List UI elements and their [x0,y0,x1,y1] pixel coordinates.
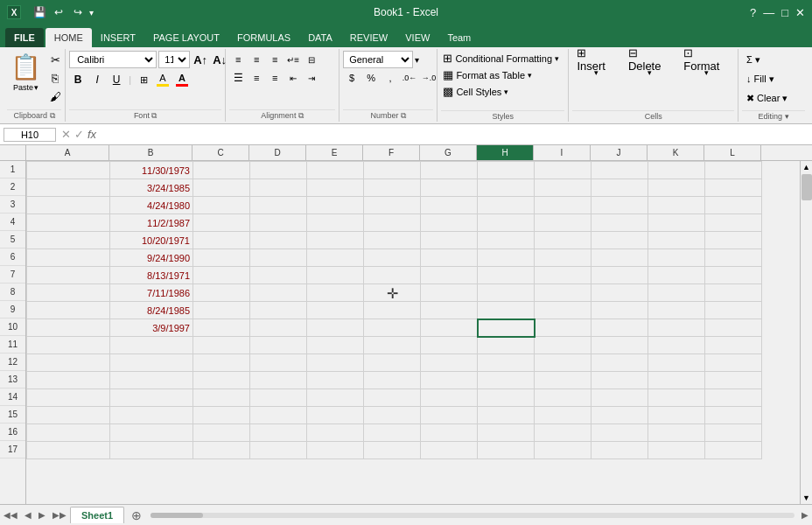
conditional-formatting-dropdown[interactable]: ▾ [555,54,559,63]
cell-I17[interactable] [535,442,592,459]
cell-C17[interactable] [193,442,250,459]
cell-B16[interactable] [110,424,193,442]
cell-K16[interactable] [648,424,705,442]
number-format-select[interactable]: General [343,51,413,68]
cell-B6[interactable]: 9/24/1990 [110,249,193,267]
cell-F5[interactable] [364,232,421,249]
increase-decimal-button[interactable]: →.0 [420,69,438,87]
cell-C8[interactable] [193,284,250,302]
sheet-nav-prev[interactable]: ◀ [21,508,35,522]
merge-center-button[interactable]: ⊟ [303,51,320,68]
cell-C15[interactable] [193,407,250,424]
cell-F7[interactable] [364,267,421,284]
delete-button[interactable]: ⊟ Delete [624,51,676,68]
bold-button[interactable]: B [69,71,87,88]
cell-L12[interactable] [705,354,762,372]
cell-I1[interactable] [535,162,592,179]
cell-A10[interactable] [27,319,110,337]
cell-L2[interactable] [705,179,762,197]
cell-E7[interactable] [307,267,364,284]
cell-C6[interactable] [193,249,250,267]
clipboard-expand-icon[interactable]: ⧉ [50,111,55,120]
cell-I6[interactable] [535,249,592,267]
cell-B14[interactable] [110,389,193,407]
cell-H16[interactable] [478,424,535,442]
cell-B7[interactable]: 8/13/1971 [110,267,193,284]
number-expand-icon[interactable]: ⧉ [401,111,406,120]
cell-G17[interactable] [421,442,478,459]
cell-A11[interactable] [27,337,110,354]
col-header-D[interactable]: D [249,145,306,160]
cell-C11[interactable] [193,337,250,354]
cell-G14[interactable] [421,389,478,407]
copy-button[interactable]: ⎘ [46,69,64,87]
cell-K14[interactable] [648,389,705,407]
col-header-J[interactable]: J [591,145,648,160]
align-center-button[interactable]: ≡ [248,69,265,87]
row-num-7[interactable]: 7 [0,266,25,284]
cell-C3[interactable] [193,197,250,214]
cell-J11[interactable] [592,337,648,354]
cell-K6[interactable] [648,249,705,267]
cell-I16[interactable] [535,424,592,442]
cell-H17[interactable] [478,442,535,459]
cell-F17[interactable] [364,442,421,459]
cell-I5[interactable] [535,232,592,249]
align-top-left-button[interactable]: ≡ [229,51,247,68]
cell-K8[interactable] [648,284,705,302]
h-scroll-thumb[interactable] [150,513,203,518]
wrap-text-button[interactable]: ↵≡ [284,51,302,68]
autosum-button[interactable]: Σ ▾ [742,51,765,68]
col-header-H[interactable]: H [477,145,534,160]
tab-data[interactable]: DATA [299,28,341,47]
cell-J15[interactable] [592,407,648,424]
cell-G8[interactable] [421,284,478,302]
cell-K2[interactable] [648,179,705,197]
cell-J6[interactable] [592,249,648,267]
cell-E4[interactable] [307,214,364,232]
cell-G15[interactable] [421,407,478,424]
cell-A3[interactable] [27,197,110,214]
cell-H12[interactable] [478,354,535,372]
cell-A16[interactable] [27,424,110,442]
cell-E12[interactable] [307,354,364,372]
align-right-button[interactable]: ≡ [266,69,284,87]
font-color-button[interactable]: A [173,72,191,88]
cell-L9[interactable] [705,302,762,319]
decrease-decimal-button[interactable]: .0← [401,69,418,87]
cell-I9[interactable] [535,302,592,319]
cell-F8[interactable]: ✛ [364,284,421,302]
add-sheet-button[interactable]: ⊕ [126,508,147,522]
font-size-select[interactable]: 11 [158,51,190,68]
cell-I4[interactable] [535,214,592,232]
cell-K7[interactable] [648,267,705,284]
cell-D11[interactable] [250,337,307,354]
h-scroll-right[interactable]: ▶ [798,508,812,522]
col-header-I[interactable]: I [534,145,591,160]
cell-A4[interactable] [27,214,110,232]
cell-C7[interactable] [193,267,250,284]
cell-K1[interactable] [648,162,705,179]
cell-L15[interactable] [705,407,762,424]
format-painter-button[interactable]: 🖌 [46,88,64,105]
paste-button[interactable]: 📋 [7,51,45,83]
col-header-E[interactable]: E [306,145,363,160]
alignment-expand-icon[interactable]: ⧉ [298,111,304,120]
cell-F6[interactable] [364,249,421,267]
cell-E10[interactable] [307,319,364,337]
tab-review[interactable]: REVIEW [341,28,396,47]
cell-K13[interactable] [648,372,705,389]
cell-E3[interactable] [307,197,364,214]
row-num-14[interactable]: 14 [0,388,25,406]
cell-I7[interactable] [535,267,592,284]
tab-team[interactable]: Team [438,28,480,47]
cell-B8[interactable]: 7/11/1986 [110,284,193,302]
cell-A2[interactable] [27,179,110,197]
row-num-9[interactable]: 9 [0,301,25,318]
scroll-track[interactable] [801,173,813,492]
cell-K5[interactable] [648,232,705,249]
cell-L10[interactable] [705,319,762,337]
cell-G10[interactable] [421,319,478,337]
sheet-nav-first[interactable]: ◀◀ [0,508,21,522]
redo-icon[interactable]: ↪ [70,4,86,20]
